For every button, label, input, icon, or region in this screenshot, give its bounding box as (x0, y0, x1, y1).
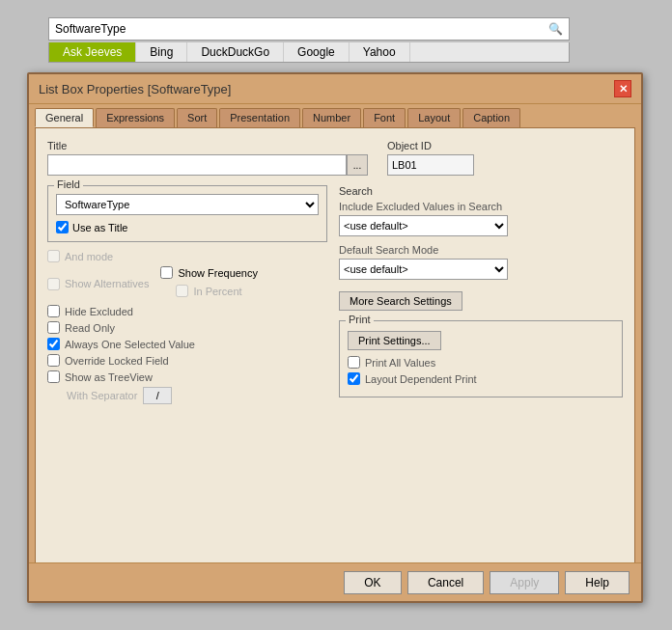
tab-caption[interactable]: Caption (462, 108, 520, 127)
override-locked-row: Override Locked Field (47, 354, 327, 367)
separator-row: With Separator (67, 387, 327, 404)
apply-button[interactable]: Apply (490, 571, 559, 594)
dialog-title: List Box Properties [SoftwareType] (39, 82, 231, 96)
tab-number[interactable]: Number (302, 108, 361, 127)
show-frequency-checkbox[interactable] (160, 266, 173, 279)
print-all-row: Print All Values (348, 356, 614, 369)
hide-excluded-checkbox[interactable] (47, 305, 60, 317)
search-section: Search Include Excluded Values in Search… (339, 185, 623, 311)
cancel-button[interactable]: Cancel (407, 571, 484, 594)
use-as-title-checkbox[interactable] (56, 221, 69, 233)
object-id-input[interactable] (387, 154, 474, 176)
tab-layout[interactable]: Layout (407, 108, 461, 127)
title-objectid-row: Title ... Object ID (47, 140, 623, 176)
title-label: Title (47, 140, 368, 151)
in-percent-row: In Percent (176, 285, 258, 297)
ok-button[interactable]: OK (344, 571, 402, 594)
tab-presentation[interactable]: Presentation (219, 108, 300, 127)
show-alternatives-label: Show Alternatives (65, 278, 149, 289)
tab-font[interactable]: Font (363, 108, 406, 127)
with-separator-label: With Separator (67, 390, 137, 401)
print-section: Print Print Settings... Print All Values… (339, 320, 623, 397)
object-id-group: Object ID (387, 140, 474, 176)
tab-duckduckgo[interactable]: DuckDuckGo (187, 42, 284, 62)
dialog-tab-bar: General Expressions Sort Presentation Nu… (29, 104, 641, 127)
show-treeview-row: Show as TreeView (47, 370, 327, 383)
print-all-checkbox[interactable] (348, 356, 360, 369)
show-frequency-group: Show Frequency In Percent (160, 266, 258, 301)
hide-excluded-row: Hide Excluded (47, 305, 327, 317)
title-browse-button[interactable]: ... (347, 154, 368, 176)
print-legend: Print (346, 314, 374, 325)
hide-excluded-label: Hide Excluded (65, 306, 133, 317)
list-box-properties-dialog: List Box Properties [SoftwareType] ✕ Gen… (27, 72, 643, 603)
more-search-settings-button[interactable]: More Search Settings (339, 291, 462, 311)
dialog-titlebar: List Box Properties [SoftwareType] ✕ (29, 74, 641, 104)
tab-expressions[interactable]: Expressions (96, 108, 175, 127)
include-excluded-label: Include Excluded Values in Search (339, 201, 623, 212)
close-button[interactable]: ✕ (614, 80, 631, 97)
field-select[interactable]: SoftwareType (56, 194, 319, 215)
use-as-title-row: Use as Title (56, 221, 319, 233)
and-mode-checkbox[interactable] (47, 250, 60, 262)
show-treeview-checkbox[interactable] (47, 370, 60, 383)
top-search-bar: 🔍 (48, 17, 570, 41)
and-mode-row: And mode (47, 250, 327, 262)
print-settings-button[interactable]: Print Settings... (348, 331, 441, 350)
search-icon: 🔍 (548, 22, 563, 36)
title-input[interactable] (47, 154, 347, 176)
tab-google[interactable]: Google (284, 42, 350, 62)
default-search-mode-label: Default Search Mode (339, 244, 623, 256)
title-group: Title ... (47, 140, 368, 176)
and-mode-label: And mode (65, 251, 113, 262)
read-only-label: Read Only (65, 322, 115, 334)
layout-dependent-row: Layout Dependent Print (348, 372, 614, 385)
in-percent-checkbox[interactable] (176, 285, 188, 297)
search-engine-tabs: Ask Jeeves Bing DuckDuckGo Google Yahoo (48, 42, 570, 63)
default-search-mode-select[interactable]: <use default> Normal Wildcard Fuzzy (339, 259, 508, 280)
main-columns: Field SoftwareType Use as Title And mode (47, 185, 623, 404)
object-id-label: Object ID (387, 140, 474, 151)
use-as-title-label: Use as Title (72, 222, 127, 233)
in-percent-label: In Percent (193, 286, 241, 297)
dialog-footer: OK Cancel Apply Help (29, 562, 641, 601)
show-frequency-row: Show Frequency (160, 266, 258, 279)
always-one-label: Always One Selected Value (65, 339, 195, 350)
tab-ask-jeeves[interactable]: Ask Jeeves (49, 42, 136, 62)
read-only-row: Read Only (47, 321, 327, 334)
field-box: Field SoftwareType Use as Title (47, 185, 327, 242)
tab-bing[interactable]: Bing (136, 42, 187, 62)
show-alternatives-checkbox[interactable] (47, 278, 60, 290)
layout-dependent-label: Layout Dependent Print (365, 373, 477, 385)
always-one-row: Always One Selected Value (47, 338, 327, 350)
override-locked-label: Override Locked Field (65, 355, 169, 367)
right-column: Search Include Excluded Values in Search… (339, 185, 623, 404)
override-locked-checkbox[interactable] (47, 354, 60, 367)
field-legend: Field (54, 178, 83, 190)
show-treeview-label: Show as TreeView (65, 371, 153, 383)
search-section-label: Search (339, 185, 623, 197)
show-alternatives-row: Show Alternatives (47, 266, 149, 301)
title-input-wrap: ... (47, 154, 368, 176)
dialog-content: Title ... Object ID Field SoftwareType (35, 127, 635, 571)
search-input-top[interactable] (55, 22, 541, 36)
left-column: Field SoftwareType Use as Title And mode (47, 185, 327, 404)
tab-sort[interactable]: Sort (177, 108, 217, 127)
tab-yahoo[interactable]: Yahoo (350, 42, 410, 62)
include-excluded-select[interactable]: <use default> Yes No (339, 215, 508, 236)
layout-dependent-checkbox[interactable] (348, 372, 360, 385)
tab-general[interactable]: General (35, 108, 94, 127)
separator-input[interactable] (143, 387, 172, 404)
show-frequency-label: Show Frequency (178, 267, 258, 279)
print-all-label: Print All Values (365, 357, 435, 369)
always-one-checkbox[interactable] (47, 338, 60, 350)
help-button[interactable]: Help (565, 571, 630, 594)
read-only-checkbox[interactable] (47, 321, 60, 334)
